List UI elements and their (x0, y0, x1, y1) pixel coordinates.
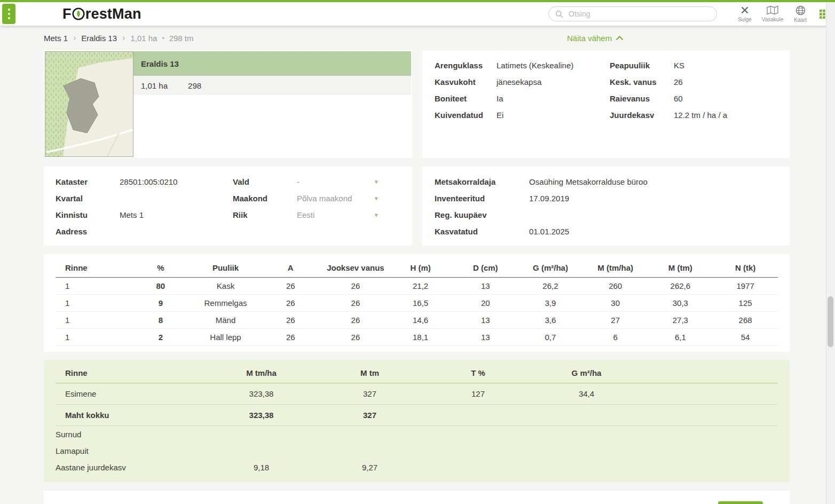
summary-table-cell: 127 (424, 383, 532, 405)
management-card: MetsakorraldajaOsaühing Metsakorralduse … (422, 167, 790, 246)
field-value: Mets 1 (120, 207, 233, 223)
column-header: M tm/ha (207, 362, 316, 383)
breadcrumb-dot (162, 35, 164, 41)
stand-table-header-row: Rinne%PuuliikAJooksev vanusH (m)D (cm)G … (56, 256, 778, 278)
row-stand: Eraldis 13 1,01 ha 298 ArenguklassLatime… (44, 50, 790, 158)
breadcrumb-item-mets[interactable]: Mets 1 (44, 34, 68, 43)
summary-table-row[interactable]: Surnud (56, 426, 778, 443)
stand-table-cell: 1 (56, 278, 128, 295)
close-icon (740, 5, 750, 15)
stand-table-cell: 13 (453, 312, 518, 329)
summary-table-row[interactable]: Maht kokku323,38327 (56, 405, 778, 426)
stand-volume: 298 (188, 81, 201, 90)
filler-cell (641, 459, 778, 476)
scrollbar-thumb[interactable] (828, 296, 833, 347)
stand-table-cell: 80 (128, 278, 193, 295)
close-action[interactable]: Sulge (731, 5, 759, 22)
search-icon (555, 10, 563, 18)
summary-table-cell (424, 426, 532, 443)
management-grid: MetsakorraldajaOsaühing Metsakorralduse … (435, 174, 790, 240)
column-header: Jooksev vanus (323, 256, 388, 278)
column-header: G (m²/ha) (518, 256, 583, 278)
summary-table-row[interactable]: Esimene323,3832712734,4 (56, 383, 778, 405)
chevron-up-icon (616, 36, 624, 41)
field-label: Kasvatatud (435, 223, 529, 240)
select-value: - (297, 174, 300, 190)
summary-table-row[interactable]: Aastane juurdekasv9,189,27 (56, 459, 778, 476)
stand-table-cell: 1 (56, 295, 128, 312)
field-value (120, 223, 233, 240)
field-value: KS (674, 57, 790, 74)
show-less-link[interactable]: Näita vähem (567, 26, 624, 50)
chevron-down-icon: ▾ (374, 207, 378, 223)
field-value: 28501:005:0210 (120, 174, 233, 190)
chevron-down-icon: ▾ (374, 190, 378, 207)
summary-table-cell (532, 405, 641, 426)
add-work-button[interactable]: Lisa töö (718, 501, 763, 504)
field-label: Vald (233, 174, 297, 190)
column-header: G m²/ha (532, 362, 641, 383)
stand-table-cell: 21,2 (388, 278, 453, 295)
stand-table: Rinne%PuuliikAJooksev vanusH (m)D (cm)G … (56, 256, 778, 346)
breadcrumb: Mets 1 Eraldis 13 1,01 ha 298 tm Näita v… (44, 26, 790, 50)
logo-text-pre: F (62, 6, 72, 22)
column-header: H (m) (388, 256, 453, 278)
stand-table-cell: 125 (713, 295, 778, 312)
stand-area: 1,01 ha (141, 81, 168, 90)
stand-table-cell: 0,7 (518, 329, 583, 346)
field-value: Ei (497, 107, 610, 123)
field-label: Boniteet (435, 90, 497, 107)
column-header: % (128, 256, 193, 278)
stand-table-row[interactable]: 19Remmelgas262616,5203,93030,3125 (56, 295, 778, 312)
scrollbar[interactable] (826, 2, 835, 504)
stand-table-cell: 26 (323, 278, 388, 295)
stand-table-cell: 8 (128, 312, 193, 329)
search-input[interactable] (568, 9, 710, 19)
stand-table-cell: 20 (453, 295, 518, 312)
summary-table-cell (316, 426, 424, 443)
summary-table-cell: 9,18 (207, 459, 316, 476)
column-header: Puuliik (193, 256, 258, 278)
summary-card: RinneM tm/haM tmT %G m²/ha Esimene323,38… (44, 360, 790, 482)
stand-table-cell: 16,5 (388, 295, 453, 312)
column-header: Rinne (56, 362, 207, 383)
map-thumbnail[interactable] (45, 51, 133, 157)
summary-table-row[interactable]: Lamapuit (56, 443, 778, 459)
select-field[interactable]: Eesti▾ (297, 207, 378, 223)
stand-details-grid: ArenguklassLatimets (Keskealine)Peapuuli… (435, 57, 790, 123)
column-header: T % (424, 362, 532, 383)
select-field[interactable]: Põlva maakond▾ (297, 190, 378, 207)
stand-table-cell: 268 (713, 312, 778, 329)
summary-table-cell (532, 443, 641, 459)
field-value: Osaühing Metsakorralduse büroo (529, 174, 790, 190)
left-panel-action-label: Vasakule (762, 17, 783, 22)
search-box[interactable] (548, 6, 717, 21)
breadcrumb-item-eraldis[interactable]: Eraldis 13 (81, 34, 117, 43)
stand-table-cell: 1 (56, 312, 128, 329)
map-icon (767, 5, 778, 15)
stand-table-cell: 3,9 (518, 295, 583, 312)
summary-table: RinneM tm/haM tmT %G m²/ha Esimene323,38… (56, 362, 778, 476)
stand-table-row[interactable]: 180Kask262621,21326,2260262,61977 (56, 278, 778, 295)
stand-subheader: 1,01 ha 298 (133, 76, 411, 95)
summary-table-cell (424, 405, 532, 426)
map-action[interactable]: Kaart (786, 5, 814, 23)
stand-table-cell: 27,3 (648, 312, 713, 329)
stand-table-cell: 26 (258, 312, 323, 329)
field-value: jänesekapsa (497, 74, 610, 90)
stand-table-row[interactable]: 18Mänd262614,6133,62727,3268 (56, 312, 778, 329)
topbar-right: Sulge Vasakule Kaart (548, 5, 835, 23)
field-label: Kinnistu (56, 207, 120, 223)
stand-table-cell: Kask (193, 278, 258, 295)
select-field[interactable]: -▾ (297, 174, 378, 190)
app-menu-button[interactable] (2, 4, 15, 24)
filler-cell (641, 383, 778, 405)
summary-table-cell: Surnud (56, 426, 207, 443)
field-label: Arenguklass (435, 57, 497, 74)
cadastre-grid: Kataster28501:005:0210Vald-▾KvartalMaako… (56, 174, 412, 240)
summary-table-cell: 323,38 (207, 405, 316, 426)
chevron-down-icon: ▾ (374, 174, 378, 190)
stand-table-row[interactable]: 12Hall lepp262618,1130,766,154 (56, 329, 778, 346)
left-panel-action[interactable]: Vasakule (759, 5, 786, 22)
stand-table-cell: 26 (258, 278, 323, 295)
